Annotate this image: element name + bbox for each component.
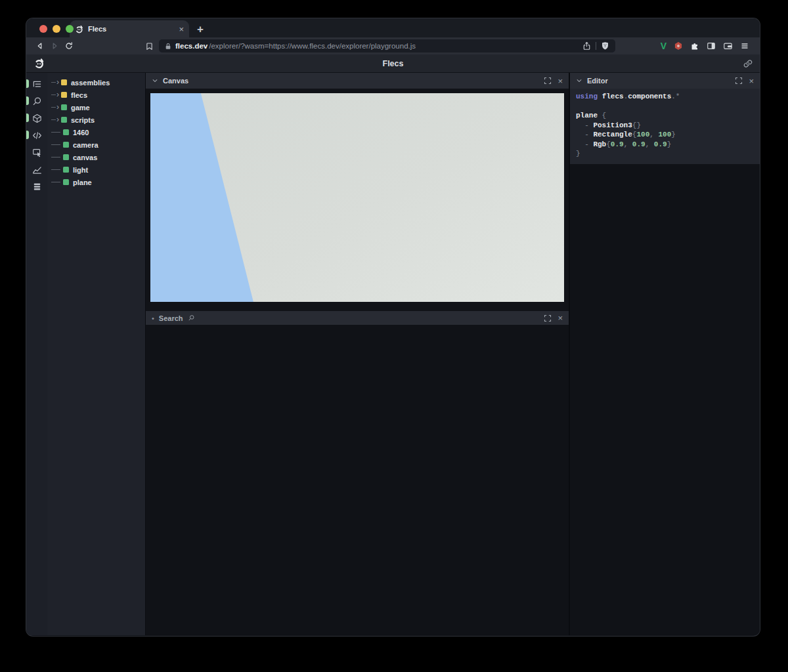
tree-item-1460[interactable]: 1460 — [47, 126, 145, 138]
bookmark-icon[interactable] — [142, 42, 156, 51]
url-path: /explorer/?wasm=https://www.flecs.dev/ex… — [209, 42, 416, 50]
expand-chevron-icon[interactable]: › — [56, 78, 59, 86]
empty-workspace — [146, 325, 569, 635]
desktop-background: Flecs × + — [0, 0, 788, 672]
new-tab-button[interactable]: + — [197, 23, 204, 36]
sidebar-item-code[interactable] — [26, 127, 47, 144]
browser-toolbar: flecs.dev /explorer/?wasm=https://www.fl… — [26, 37, 760, 54]
sidebar-item-queries[interactable] — [26, 178, 47, 195]
active-indicator — [26, 131, 29, 139]
search-panel-label: Search — [159, 314, 183, 322]
expand-chevron-icon[interactable]: › — [56, 91, 59, 98]
stats-chart-icon — [32, 165, 42, 175]
tree-item-game[interactable]: ›game — [47, 101, 145, 114]
entity-label: scripts — [71, 116, 95, 124]
extensions-puzzle-icon[interactable] — [690, 41, 699, 51]
close-icon[interactable]: × — [749, 77, 754, 85]
expand-chevron-icon[interactable]: › — [56, 116, 59, 123]
tree-item-flecs[interactable]: ›flecs — [47, 89, 145, 101]
sidebar-item-entity-tree[interactable] — [26, 75, 47, 93]
entity-tree: ›assemblies›flecs›game›scripts1460camera… — [47, 73, 146, 635]
window-minimize-button[interactable] — [53, 25, 60, 33]
entity-color-square — [63, 167, 69, 173]
fullscreen-icon[interactable] — [735, 77, 743, 85]
reload-button[interactable] — [62, 41, 76, 51]
code-line: - Rgb{0.9, 0.9, 0.9} — [576, 140, 760, 150]
editor-panel: Editor × using flecs.components.* plane … — [570, 73, 760, 635]
sidebar-item-inspector[interactable] — [26, 144, 47, 161]
entity-tree-icon — [32, 79, 42, 89]
entity-color-square — [63, 142, 69, 148]
fullscreen-icon[interactable] — [544, 77, 552, 85]
window-controls — [39, 25, 74, 33]
code-line: - Rectangle{100, 100} — [576, 130, 760, 140]
entity-color-square — [61, 104, 67, 110]
active-indicator — [26, 114, 29, 122]
icon-sidebar — [26, 73, 47, 635]
browser-window: Flecs × + — [26, 18, 760, 636]
canvas-3d-scene[interactable] — [150, 93, 564, 302]
browser-tab-flecs[interactable]: Flecs × — [70, 20, 189, 37]
tree-connector-line — [51, 119, 56, 120]
editor-panel-title: Editor — [587, 77, 608, 85]
tab-bar: Flecs × + — [26, 18, 760, 37]
tree-item-assemblies[interactable]: ›assemblies — [47, 76, 145, 89]
url-bar[interactable]: flecs.dev /explorer/?wasm=https://www.fl… — [159, 39, 615, 52]
entity-label: flecs — [71, 91, 87, 99]
tree-item-camera[interactable]: camera — [47, 138, 145, 151]
tree-connector-line — [51, 169, 60, 170]
code-line: } — [576, 149, 760, 159]
editor-code[interactable]: using flecs.components.* plane { - Posit… — [570, 89, 760, 164]
entity-label: light — [73, 166, 88, 174]
search-panel-header[interactable]: • Search × — [146, 311, 569, 325]
vue-devtools-icon[interactable]: V — [661, 41, 667, 51]
code-icon — [32, 131, 42, 140]
sidebar-item-entities[interactable] — [26, 110, 47, 127]
active-indicator — [26, 96, 29, 105]
brave-shield-icon[interactable] — [601, 41, 609, 51]
close-icon[interactable]: × — [558, 77, 563, 85]
entity-color-square — [61, 117, 67, 123]
fullscreen-icon[interactable] — [544, 314, 552, 322]
center-panel: Canvas × • Search — [146, 73, 569, 635]
page-title: Flecs — [26, 59, 760, 68]
search-icon — [188, 314, 195, 322]
canvas-panel-header: Canvas × — [146, 73, 569, 89]
share-icon[interactable] — [582, 41, 591, 51]
sidebar-item-search[interactable] — [26, 93, 47, 110]
collapsed-indicator-dot: • — [152, 314, 154, 322]
inspector-icon — [32, 148, 42, 158]
wallet-icon[interactable] — [723, 41, 733, 51]
entities-cube-icon — [32, 114, 42, 123]
entity-label: plane — [73, 178, 92, 186]
chevron-down-icon[interactable] — [152, 77, 158, 84]
tab-favicon-flecs-icon — [75, 25, 83, 33]
entity-label: canvas — [73, 154, 97, 161]
chevron-down-icon[interactable] — [576, 77, 582, 84]
tree-connector-line — [51, 144, 60, 145]
tab-title: Flecs — [88, 25, 174, 33]
active-indicator — [26, 79, 29, 88]
extension-hexagon-icon[interactable] — [674, 41, 683, 51]
tree-item-plane[interactable]: plane — [47, 176, 145, 188]
tree-item-scripts[interactable]: ›scripts — [47, 114, 145, 126]
back-button[interactable] — [33, 41, 47, 51]
code-line: using flecs.components.* — [576, 92, 760, 102]
tab-close-icon[interactable]: × — [179, 25, 184, 33]
tree-item-light[interactable]: light — [47, 163, 145, 176]
tree-connector-line — [51, 182, 60, 182]
entity-color-square — [63, 129, 69, 135]
expand-chevron-icon[interactable]: › — [56, 103, 59, 111]
main-content: ›assemblies›flecs›game›scripts1460camera… — [26, 73, 760, 635]
forward-button[interactable] — [47, 41, 62, 51]
menu-hamburger-icon[interactable] — [740, 41, 749, 51]
entity-label: game — [71, 104, 90, 112]
close-icon[interactable]: × — [558, 314, 563, 322]
window-close-button[interactable] — [39, 25, 47, 33]
search-icon — [32, 96, 42, 106]
sidebar-item-stats[interactable] — [26, 161, 47, 178]
tree-item-canvas[interactable]: canvas — [47, 151, 145, 163]
sidebar-toggle-icon[interactable] — [707, 41, 716, 51]
url-divider — [596, 42, 596, 50]
window-zoom-button[interactable] — [66, 25, 74, 33]
